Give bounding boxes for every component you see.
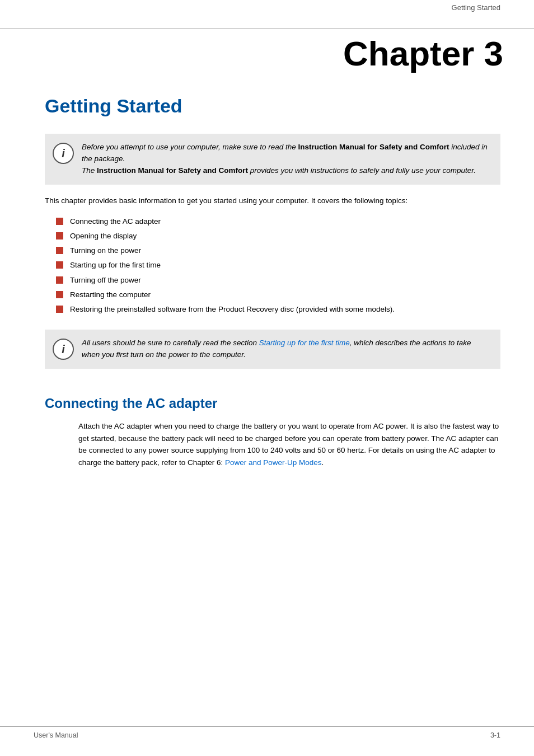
bullet-icon [56, 218, 63, 225]
list-item-text: Turning on the power [70, 245, 141, 256]
info1-bold1: Instruction Manual for Safety and Comfor… [298, 143, 449, 151]
list-item-text: Opening the display [70, 231, 137, 242]
intro-text: This chapter provides basic information … [45, 195, 500, 207]
info-box-1: i Before you attempt to use your compute… [45, 134, 500, 185]
list-item-text: Connecting the AC adapter [70, 216, 161, 227]
list-item: Turning on the power [56, 245, 500, 256]
connecting-section-heading: Connecting the AC adapter [45, 379, 500, 420]
list-item: Restoring the preinstalled software from… [56, 304, 500, 315]
list-item: Opening the display [56, 231, 500, 242]
connecting-period: . [322, 458, 324, 467]
info-box-2-text: All users should be sure to carefully re… [82, 337, 490, 361]
bullet-icon [56, 306, 63, 313]
list-item-text: Turning off the power [70, 275, 141, 286]
info1-part1a: Before you attempt to use your computer,… [82, 143, 298, 151]
footer-manual-label: User's Manual [34, 731, 78, 739]
info2-before-link: All users should be sure to carefully re… [82, 339, 259, 347]
footer: User's Manual 3-1 [0, 726, 534, 739]
connecting-body: Attach the AC adapter when you need to c… [78, 420, 500, 468]
list-item: Starting up for the first time [56, 260, 500, 271]
list-item-text: Restoring the preinstalled software from… [70, 304, 395, 315]
info-icon-1: i [53, 143, 74, 164]
info1-bold2: Instruction Manual for Safety and Comfor… [97, 166, 248, 175]
connecting-content: Attach the AC adapter when you need to c… [45, 420, 500, 468]
bullet-icon [56, 291, 63, 298]
list-item: Turning off the power [56, 275, 500, 286]
chapter-title: Chapter 3 [0, 29, 534, 73]
info1-part2a: The [82, 166, 97, 175]
list-item: Connecting the AC adapter [56, 216, 500, 227]
bullet-icon [56, 247, 63, 254]
info-box-2: i All users should be sure to carefully … [45, 330, 500, 369]
bullet-icon [56, 276, 63, 284]
list-item-text: Starting up for the first time [70, 260, 161, 271]
page: Getting Started Chapter 3 Getting Starte… [0, 0, 534, 756]
header-label: Getting Started [0, 0, 534, 12]
power-modes-link[interactable]: Power and Power-Up Modes [225, 458, 322, 467]
info-icon-2: i [53, 339, 74, 360]
info-box-1-text: Before you attempt to use your computer,… [82, 142, 490, 177]
getting-started-heading: Getting Started [45, 73, 500, 134]
starting-up-link[interactable]: Starting up for the first time [259, 339, 350, 347]
bullet-icon [56, 261, 63, 269]
list-item: Restarting the computer [56, 289, 500, 300]
info1-part2b: provides you with instructions to safely… [248, 166, 476, 175]
bullet-icon [56, 232, 63, 240]
list-item-text: Restarting the computer [70, 289, 151, 300]
content-area: Getting Started i Before you attempt to … [0, 73, 534, 468]
footer-page-number: 3-1 [490, 731, 500, 739]
topics-list: Connecting the AC adapter Opening the di… [45, 214, 500, 321]
